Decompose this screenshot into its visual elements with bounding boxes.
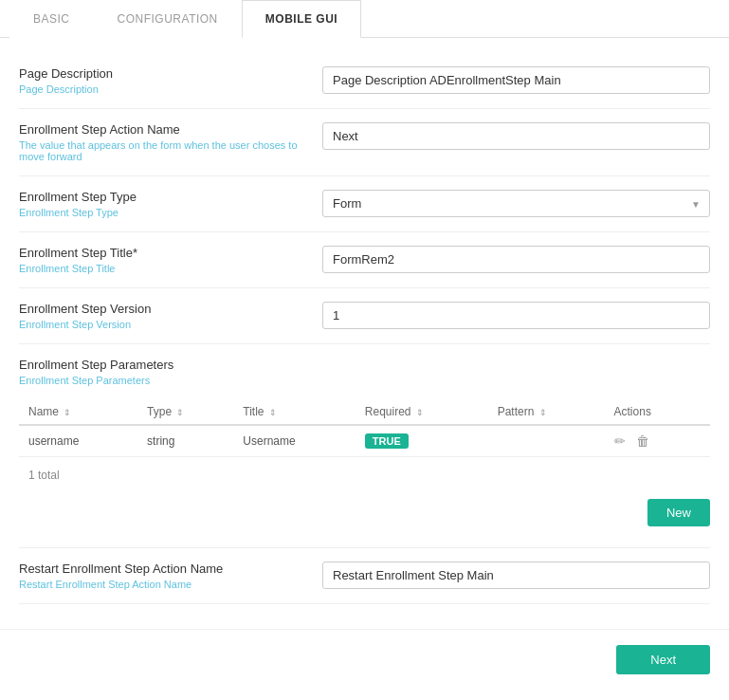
parameters-title: Enrollment Step Parameters: [19, 358, 710, 372]
action-name-label: Enrollment Step Action Name: [19, 122, 303, 137]
page-description-label-col: Page Description Page Description: [19, 66, 322, 95]
step-title-input-col: [322, 246, 710, 273]
total-label: 1 total: [19, 463, 710, 488]
step-type-label-col: Enrollment Step Type Enrollment Step Typ…: [19, 190, 322, 218]
action-name-label-col: Enrollment Step Action Name The value th…: [19, 122, 322, 162]
row-title: Username: [233, 425, 355, 457]
step-title-input[interactable]: [322, 246, 710, 273]
required-badge: TRUE: [365, 433, 409, 449]
sort-icon-required: ⇕: [416, 408, 424, 417]
col-header-pattern: Pattern ⇕: [488, 399, 605, 425]
sort-icon-name: ⇕: [64, 408, 71, 417]
bottom-nav: Next: [0, 629, 729, 690]
edit-icon[interactable]: ✏: [614, 433, 626, 449]
restart-action-label-col: Restart Enrollment Step Action Name Rest…: [19, 562, 322, 590]
table-header-row: Name ⇕ Type ⇕ Title ⇕ Required ⇕: [19, 399, 710, 425]
col-header-name: Name ⇕: [19, 399, 137, 425]
page-description-sublabel: Page Description: [19, 83, 303, 95]
row-type: string: [137, 425, 233, 457]
step-type-sublabel: Enrollment Step Type: [19, 207, 303, 218]
step-version-label: Enrollment Step Version: [19, 302, 303, 316]
action-name-input-col: [322, 122, 710, 150]
step-version-label-col: Enrollment Step Version Enrollment Step …: [19, 302, 322, 330]
delete-icon[interactable]: 🗑: [636, 433, 649, 449]
sort-icon-pattern: ⇕: [539, 408, 547, 417]
action-name-input[interactable]: [322, 122, 710, 150]
page-description-row: Page Description Page Description: [19, 53, 710, 109]
col-header-actions: Actions: [605, 399, 710, 425]
page-description-label: Page Description: [19, 66, 303, 81]
next-button[interactable]: Next: [616, 645, 710, 674]
restart-action-input[interactable]: [322, 562, 710, 589]
col-header-title: Title ⇕: [233, 399, 355, 425]
page-description-input-col: [322, 66, 710, 94]
step-version-input-col: [322, 302, 710, 329]
row-actions: ✏ 🗑: [605, 425, 710, 457]
parameters-section: Enrollment Step Parameters Enrollment St…: [19, 344, 710, 548]
restart-action-label: Restart Enrollment Step Action Name: [19, 562, 303, 576]
restart-action-name-row: Restart Enrollment Step Action Name Rest…: [19, 548, 710, 604]
parameters-table: Name ⇕ Type ⇕ Title ⇕ Required ⇕: [19, 399, 710, 457]
step-type-row: Enrollment Step Type Enrollment Step Typ…: [19, 176, 710, 232]
sort-icon-type: ⇕: [176, 408, 184, 417]
tab-basic[interactable]: BASIC: [9, 0, 94, 38]
content-area: Page Description Page Description Enroll…: [0, 38, 729, 619]
step-version-input[interactable]: [322, 302, 710, 329]
page-description-input[interactable]: [322, 66, 710, 94]
sort-icon-title: ⇕: [269, 408, 277, 417]
step-title-row: Enrollment Step Title* Enrollment Step T…: [19, 232, 710, 288]
table-row: username string Username TRUE ✏ 🗑: [19, 425, 710, 457]
step-version-sublabel: Enrollment Step Version: [19, 319, 303, 330]
step-version-row: Enrollment Step Version Enrollment Step …: [19, 288, 710, 344]
new-button-row: New: [19, 495, 710, 534]
step-title-label-col: Enrollment Step Title* Enrollment Step T…: [19, 246, 322, 274]
restart-action-sublabel: Restart Enrollment Step Action Name: [19, 579, 303, 590]
new-button[interactable]: New: [647, 499, 710, 526]
step-type-select[interactable]: Form Other: [322, 190, 710, 217]
row-required: TRUE: [355, 425, 488, 457]
row-name: username: [19, 425, 137, 457]
action-name-row: Enrollment Step Action Name The value th…: [19, 109, 710, 176]
row-pattern: [488, 425, 605, 457]
action-name-sublabel: The value that appears on the form when …: [19, 139, 303, 162]
col-header-type: Type ⇕: [137, 399, 233, 425]
step-type-label: Enrollment Step Type: [19, 190, 303, 204]
col-header-required: Required ⇕: [355, 399, 488, 425]
tab-mobile-gui[interactable]: MOBILE GUI: [242, 0, 361, 38]
step-title-label: Enrollment Step Title*: [19, 246, 303, 260]
tab-configuration[interactable]: CONFIGURATION: [94, 0, 242, 38]
restart-action-input-col: [322, 562, 710, 589]
parameters-sublabel: Enrollment Step Parameters: [19, 375, 710, 386]
step-type-select-wrapper: Form Other ▼: [322, 190, 710, 217]
tab-bar: BASIC CONFIGURATION MOBILE GUI: [0, 0, 729, 38]
step-type-select-col: Form Other ▼: [322, 190, 710, 217]
step-title-sublabel: Enrollment Step Title: [19, 263, 303, 274]
